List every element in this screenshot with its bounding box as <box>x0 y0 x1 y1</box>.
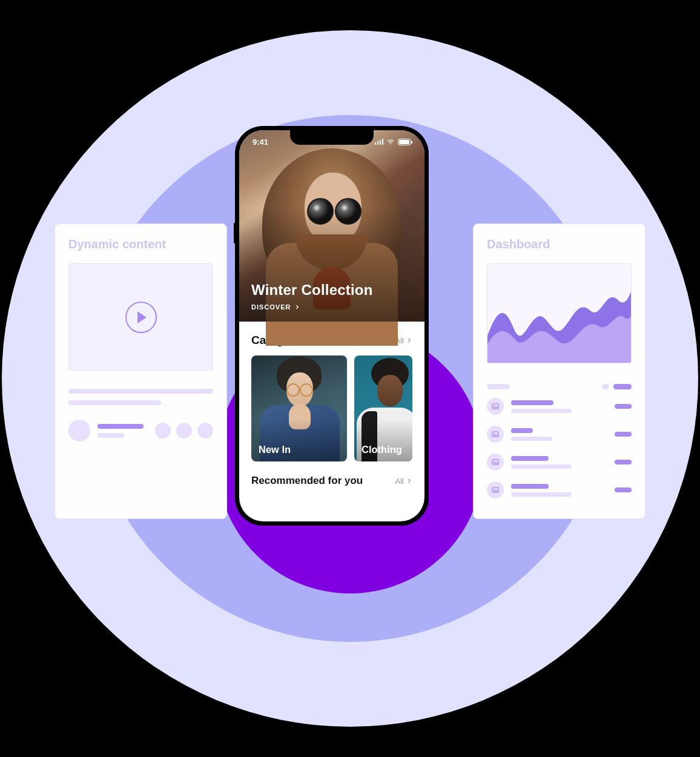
placeholder-line <box>511 456 549 461</box>
placeholder-line <box>615 404 632 409</box>
placeholder-line <box>511 484 549 489</box>
dashboard-list-header <box>487 384 632 389</box>
battery-icon <box>398 139 411 145</box>
dashboard-list-item[interactable] <box>487 481 632 498</box>
image-icon <box>487 454 504 471</box>
dynamic-content-card: Dynamic content <box>54 223 227 519</box>
dashboard-list-item[interactable] <box>487 398 632 415</box>
image-icon <box>487 426 504 443</box>
svg-rect-0 <box>492 404 499 409</box>
recommended-heading: Recommended for you <box>251 475 363 487</box>
author-row <box>68 420 213 441</box>
action-placeholder[interactable] <box>197 423 213 438</box>
hero-banner[interactable]: Winter Collection DISCOVER <box>239 130 424 322</box>
placeholder-line <box>511 428 533 433</box>
dashboard-list-item[interactable] <box>487 454 632 471</box>
placeholder-line <box>487 384 510 389</box>
play-icon <box>125 302 157 333</box>
chevron-right-icon <box>406 478 412 484</box>
category-card-new-in[interactable]: New In <box>251 355 347 461</box>
chevron-right-icon <box>406 337 412 343</box>
phone-screen: 9:41 Winter Collection <box>239 130 424 521</box>
dashboard-title: Dashboard <box>487 237 632 251</box>
placeholder-line <box>511 492 572 497</box>
hero-discover-button[interactable]: DISCOVER <box>251 303 373 311</box>
placeholder-line <box>615 432 632 437</box>
placeholder-line <box>615 488 632 492</box>
recommended-all-button[interactable]: All <box>395 477 412 486</box>
placeholder-line <box>97 424 144 429</box>
all-label: All <box>395 477 404 486</box>
placeholder-line <box>68 400 161 405</box>
placeholder-line <box>511 464 572 469</box>
placeholder-line <box>97 433 124 438</box>
svg-rect-2 <box>492 432 499 437</box>
placeholder-line <box>613 384 632 389</box>
signal-icon <box>375 139 384 145</box>
wifi-icon <box>386 139 395 145</box>
action-placeholder[interactable] <box>155 423 171 438</box>
placeholder-line <box>511 400 553 405</box>
placeholder-line <box>68 389 213 394</box>
hero-title: Winter Collection <box>251 282 373 299</box>
phone-frame: 9:41 Winter Collection <box>235 126 429 526</box>
dashboard-area-chart <box>487 263 632 363</box>
chevron-right-icon <box>294 304 300 310</box>
hero-cta-label: DISCOVER <box>251 303 291 311</box>
image-icon <box>487 398 504 415</box>
action-placeholder[interactable] <box>176 423 192 438</box>
status-time: 9:41 <box>253 137 268 147</box>
svg-rect-6 <box>492 488 499 492</box>
video-placeholder[interactable] <box>68 263 213 371</box>
placeholder-line <box>511 409 572 413</box>
dashboard-card: Dashboard <box>473 223 646 519</box>
category-label: Clothing <box>362 444 402 455</box>
avatar <box>68 420 90 441</box>
phone-notch <box>290 130 374 145</box>
dynamic-content-title: Dynamic content <box>68 237 213 251</box>
category-label: New In <box>259 444 291 455</box>
dashboard-list-item[interactable] <box>487 426 632 443</box>
placeholder-line <box>602 384 609 389</box>
category-card-clothing[interactable]: Clothing <box>354 355 412 461</box>
image-icon <box>487 481 504 498</box>
recommended-section: Recommended for you All <box>239 461 424 487</box>
placeholder-line <box>615 460 632 464</box>
placeholder-line <box>511 437 552 441</box>
svg-rect-4 <box>492 460 499 464</box>
